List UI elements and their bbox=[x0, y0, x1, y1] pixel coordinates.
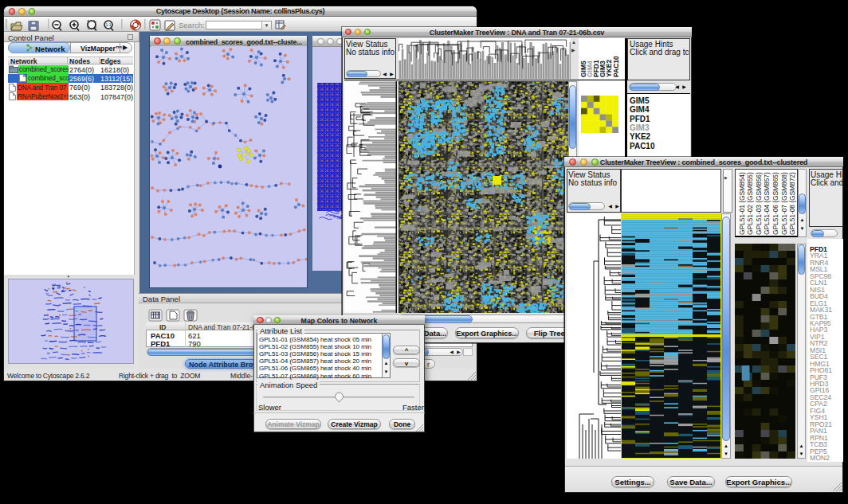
svg-text:1:1: 1:1 bbox=[106, 22, 112, 27]
